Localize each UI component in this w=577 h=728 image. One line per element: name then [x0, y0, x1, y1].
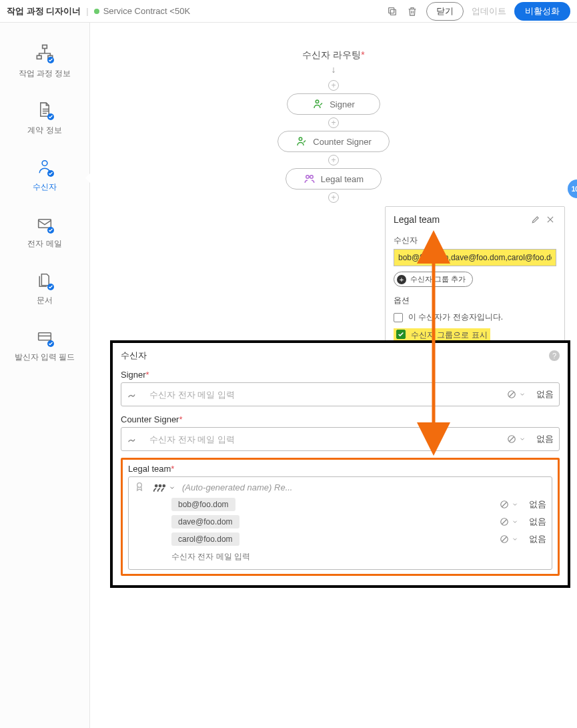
chevron-down-icon: [169, 484, 175, 491]
add-node-button[interactable]: +: [328, 192, 339, 203]
section-label-counter: Counter Signer*: [121, 414, 560, 424]
svg-rect-0: [390, 9, 396, 15]
svg-point-16: [306, 175, 310, 179]
node-label: Counter Signer: [313, 137, 371, 147]
hierarchy-icon: [34, 43, 55, 64]
auth-text: 없음: [529, 498, 546, 510]
auth-text: 없음: [536, 388, 554, 400]
sidebar-item-label: 작업 과정 정보: [19, 68, 71, 79]
svg-point-7: [42, 161, 47, 166]
sidebar-item-label: 발신자 입력 필드: [15, 352, 75, 363]
auth-select[interactable]: [507, 434, 526, 444]
auth-text: 없음: [529, 516, 546, 528]
option-sender-label: 이 수신자가 전송자입니다.: [408, 312, 503, 323]
plus-icon: +: [397, 275, 406, 284]
prohibit-icon: [500, 500, 509, 509]
checkbox-sender[interactable]: [394, 313, 403, 322]
help-icon[interactable]: ?: [549, 350, 560, 361]
signer-email-input[interactable]: [148, 389, 507, 400]
svg-point-14: [316, 100, 319, 103]
sidebar-item-recipients[interactable]: 수신자: [0, 149, 89, 206]
legal-group-row: (Auto-generated name) Re... bob@foo.dom …: [128, 476, 552, 570]
legal-team-section: Legal team* (Auto-generated name) Re... …: [121, 458, 560, 576]
sidebar-item-workflow-info[interactable]: 작업 과정 정보: [0, 36, 89, 93]
auth-select[interactable]: [500, 500, 518, 509]
add-node-button[interactable]: +: [328, 155, 339, 165]
preview-window: 수신자 ? Signer* 없음 Counter Signer* 없음: [110, 340, 570, 588]
email-input-placeholder[interactable]: 수신자 전자 메일 입력: [134, 551, 546, 563]
section-label-legal: Legal team*: [128, 464, 552, 474]
node-counter-signer[interactable]: Counter Signer: [277, 131, 389, 152]
fields-icon: [34, 326, 55, 348]
badge-icon: [134, 481, 146, 494]
add-node-button[interactable]: +: [328, 117, 339, 128]
email-chip[interactable]: dave@foo.dom: [171, 515, 239, 528]
svg-point-21: [155, 484, 158, 487]
svg-rect-3: [37, 55, 41, 59]
option-group-display-label: 수신자 그룹으로 표시: [411, 330, 488, 341]
node-legal-team[interactable]: Legal team: [285, 168, 382, 190]
sidebar-item-label: 계약 정보: [27, 125, 61, 136]
chevron-down-icon: [512, 518, 518, 525]
trash-icon[interactable]: [406, 5, 418, 17]
pen-icon[interactable]: [127, 388, 139, 401]
options-label: 옵션: [394, 295, 556, 306]
close-icon[interactable]: [544, 214, 556, 226]
sidebar-item-sender-fields[interactable]: 발신자 입력 필드: [0, 320, 89, 376]
edit-icon[interactable]: [530, 214, 542, 226]
sidebar-item-documents[interactable]: 문서: [0, 263, 89, 320]
sidebar-item-agreement-info[interactable]: 계약 정보: [0, 93, 89, 149]
node-signer[interactable]: Signer: [287, 93, 380, 115]
chevron-down-icon: [519, 391, 526, 398]
workflow-name: Service Contract <50K: [103, 6, 190, 16]
separator: |: [86, 6, 88, 16]
deactivate-button[interactable]: 비활성화: [514, 2, 570, 21]
flow-title: 수신자 라우팅*: [302, 49, 364, 61]
copy-icon[interactable]: [386, 5, 398, 17]
prohibit-icon: [507, 434, 516, 444]
add-node-button[interactable]: +: [328, 80, 339, 91]
sidebar-item-label: 문서: [37, 295, 53, 306]
group-people-icon[interactable]: [153, 483, 175, 492]
signer-icon: [296, 135, 308, 147]
auth-select[interactable]: [500, 534, 518, 544]
prohibit-icon: [500, 517, 509, 526]
update-button: 업데이트: [472, 5, 506, 17]
preview-title: 수신자: [121, 350, 549, 362]
routing-flow: 수신자 라우팅* ↓ + Signer + Counter Signer + L…: [90, 49, 577, 206]
svg-rect-1: [389, 7, 394, 13]
counter-email-row: 없음: [121, 427, 560, 451]
signer-email-row: 없음: [121, 382, 560, 406]
prohibit-icon: [507, 390, 516, 399]
autogen-name: (Auto-generated name) Re...: [182, 482, 292, 492]
pen-icon[interactable]: [127, 433, 139, 446]
checkbox-group-display[interactable]: [396, 330, 406, 339]
auth-text: 없음: [529, 533, 546, 545]
topbar: 작업 과정 디자이너 | Service Contract <50K 닫기 업데…: [0, 0, 577, 23]
prohibit-icon: [500, 534, 509, 544]
recipient-input[interactable]: [394, 249, 556, 266]
svg-point-23: [163, 484, 166, 487]
add-recipient-group-button[interactable]: + 수신자 그룹 추가: [394, 272, 473, 287]
close-button[interactable]: 닫기: [426, 2, 464, 21]
sidebar-item-email[interactable]: 전자 메일: [0, 206, 89, 263]
arrow-down-icon: ↓: [332, 64, 336, 75]
auth-select[interactable]: [500, 517, 518, 526]
chevron-down-icon: [512, 536, 518, 542]
sidebar-item-label: 수신자: [33, 181, 57, 193]
svg-point-20: [137, 483, 142, 488]
email-chip[interactable]: carol@foo.dom: [171, 532, 239, 546]
signer-icon: [312, 98, 324, 110]
app-title: 작업 과정 디자이너: [7, 5, 81, 17]
email-chip[interactable]: bob@foo.dom: [171, 498, 235, 511]
document-icon: [34, 99, 55, 121]
counter-email-input[interactable]: [148, 434, 507, 445]
svg-point-15: [300, 137, 303, 141]
node-label: Legal team: [321, 174, 364, 184]
chevron-down-icon: [519, 436, 526, 442]
user-icon: [34, 156, 55, 177]
svg-point-22: [159, 484, 162, 487]
group-icon: [304, 173, 316, 185]
auth-select[interactable]: [507, 390, 526, 399]
chevron-down-icon: [512, 501, 518, 508]
